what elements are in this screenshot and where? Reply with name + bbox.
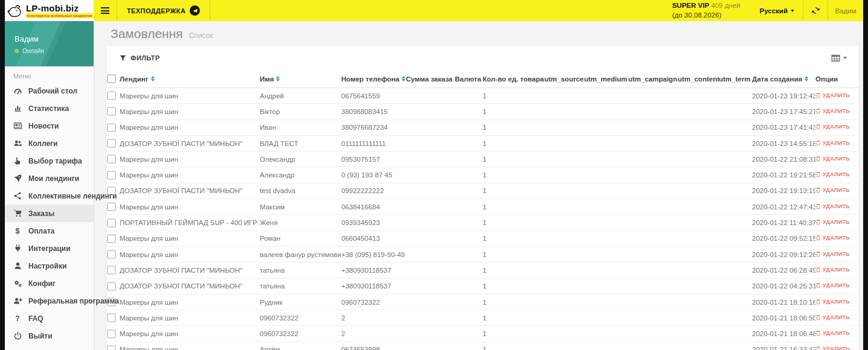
column-header-phone[interactable]: Номер телефона (341, 75, 406, 83)
row-checkbox[interactable] (107, 171, 116, 180)
orders-table-row: Маркеры для шинВіктор38098808341512020-0… (106, 104, 859, 119)
cell-options: УДАЛИТЬ (815, 282, 859, 290)
cell-qty: 1 (483, 108, 544, 115)
select-all-checkbox[interactable] (107, 74, 116, 83)
sidebar-item-label: Выбор тарифа (28, 157, 82, 165)
delete-order-button[interactable]: УДАЛИТЬ (815, 124, 850, 130)
delete-order-button[interactable]: УДАЛИТЬ (815, 156, 850, 162)
dollar-icon: $ (13, 226, 22, 236)
delete-order-button[interactable]: УДАЛИТЬ (815, 187, 850, 193)
delete-label: УДАЛИТЬ (823, 108, 850, 114)
cell-name: Женя (260, 219, 341, 226)
row-checkbox[interactable] (107, 250, 116, 259)
refresh-button[interactable] (803, 0, 828, 21)
cell-phone: +380930118537 (341, 267, 406, 274)
trash-icon (815, 251, 821, 257)
cell-qty: 1 (483, 219, 544, 226)
sidebar-item-cart[interactable]: Заказы (5, 205, 94, 222)
sidebar-item-user[interactable]: Настройки (5, 257, 94, 275)
row-checkbox[interactable] (107, 234, 116, 243)
cell-name: валеев фанур рустямович (260, 251, 341, 258)
sidebar-item-question[interactable]: ?FAQ (5, 310, 94, 327)
cell-landing: Маркеры для шин (120, 235, 260, 242)
colleagues-icon (13, 139, 22, 148)
row-checkbox[interactable] (107, 123, 116, 132)
sidebar-item-hand-pointer[interactable]: Выбор тарифа (5, 152, 94, 170)
table-grid-icon (831, 54, 840, 62)
column-settings-button[interactable] (831, 54, 847, 62)
delete-label: УДАЛИТЬ (823, 314, 850, 320)
row-checkbox[interactable] (107, 313, 116, 322)
row-checkbox[interactable] (107, 329, 116, 339)
delete-order-button[interactable]: УДАЛИТЬ (815, 219, 850, 225)
trash-icon (815, 92, 821, 98)
column-header-landing[interactable]: Лендинг (120, 75, 260, 83)
delete-order-button[interactable]: УДАЛИТЬ (815, 171, 850, 177)
trash-icon (815, 156, 821, 162)
row-checkbox[interactable] (107, 91, 116, 100)
column-header-label: Номер телефона (341, 75, 399, 83)
delete-order-button[interactable]: УДАЛИТЬ (815, 282, 850, 288)
row-checkbox[interactable] (107, 139, 116, 148)
sidebar-item-rocket[interactable]: Мои лендинги (5, 170, 94, 187)
sidebar-item-dollar[interactable]: $Оплата (5, 222, 94, 240)
row-checkbox[interactable] (107, 154, 116, 164)
delete-order-button[interactable]: УДАЛИТЬ (815, 299, 850, 305)
column-header-date[interactable]: Дата создания (752, 75, 815, 83)
delete-order-button[interactable]: УДАЛИТЬ (815, 108, 850, 114)
sidebar-item-stats[interactable]: Статистика (5, 100, 94, 117)
cart-icon (13, 209, 22, 218)
cell-name: Олександр (260, 156, 341, 163)
filter-label: ФИЛЬТР (130, 54, 160, 62)
cell-name: Роман (260, 235, 341, 242)
delete-order-button[interactable]: УДАЛИТЬ (815, 92, 850, 98)
delete-order-button[interactable]: УДАЛИТЬ (815, 251, 850, 257)
tech-support-label: ТЕХПОДДЕРЖКА (127, 7, 185, 14)
sidebar-item-gears[interactable]: Конфиг (5, 275, 94, 292)
row-checkbox[interactable] (107, 345, 116, 350)
delete-order-button[interactable]: УДАЛИТЬ (815, 140, 850, 146)
sidebar-item-share[interactable]: Коллективные лендинги (5, 187, 94, 205)
row-checkbox[interactable] (107, 202, 116, 211)
plug-icon (13, 244, 22, 253)
cell-phone: 2 (341, 330, 406, 337)
rocket-icon (13, 174, 22, 183)
delete-order-button[interactable]: УДАЛИТЬ (815, 346, 850, 350)
hamburger-menu-button[interactable] (94, 0, 117, 21)
trash-icon (815, 330, 821, 336)
sidebar-item-dashboard[interactable]: Рабочий стол (5, 82, 94, 100)
delete-label: УДАЛИТЬ (823, 124, 850, 130)
column-header-options: Опции (815, 75, 859, 83)
tariff-until-date: (до 30.08.2026) (672, 11, 741, 21)
delete-order-button[interactable]: УДАЛИТЬ (815, 267, 850, 273)
language-selector[interactable]: Русский (751, 0, 803, 21)
sidebar-item-plug[interactable]: Интеграции (5, 240, 94, 257)
tech-support-button[interactable]: ТЕХПОДДЕРЖКА (117, 0, 210, 21)
cell-qty: 1 (483, 187, 544, 194)
delete-order-button[interactable]: УДАЛИТЬ (815, 314, 850, 320)
sidebar-item-colleagues[interactable]: Коллеги (5, 135, 94, 152)
row-checkbox[interactable] (107, 282, 116, 291)
filter-button[interactable]: ФИЛЬТР (120, 54, 160, 62)
tariff-days-left: 409 дней (711, 2, 740, 9)
dashboard-icon (13, 86, 22, 96)
sidebar-item-power[interactable]: Выйти (5, 327, 94, 345)
scrollbar-track[interactable] (863, 0, 868, 350)
row-checkbox[interactable] (107, 107, 116, 116)
sidebar-item-user-plus[interactable]: Реферальная программа (5, 292, 94, 310)
sidebar-item-news[interactable]: Новости (5, 117, 94, 135)
topbar: LP-mobi.biz Конструктор мобильных лендин… (5, 0, 863, 21)
cell-name: Максим (260, 203, 341, 211)
delete-order-button[interactable]: УДАЛИТЬ (815, 330, 850, 336)
topbar-user-button[interactable]: Вадим (828, 0, 863, 21)
app-logo[interactable]: LP-mobi.biz Конструктор мобильных лендин… (5, 0, 94, 21)
cell-date: 2020-01-22 19:13:19 (752, 187, 815, 194)
delete-order-button[interactable]: УДАЛИТЬ (815, 203, 850, 209)
row-checkbox[interactable] (107, 266, 116, 275)
row-checkbox[interactable] (107, 218, 116, 228)
orders-table-row: Маркеры для шин0960732322212020-01-21 18… (106, 326, 859, 342)
trash-icon (815, 124, 821, 130)
column-header-name[interactable]: Имя (260, 75, 341, 83)
cell-qty: 1 (483, 203, 544, 211)
delete-order-button[interactable]: УДАЛИТЬ (815, 235, 850, 241)
